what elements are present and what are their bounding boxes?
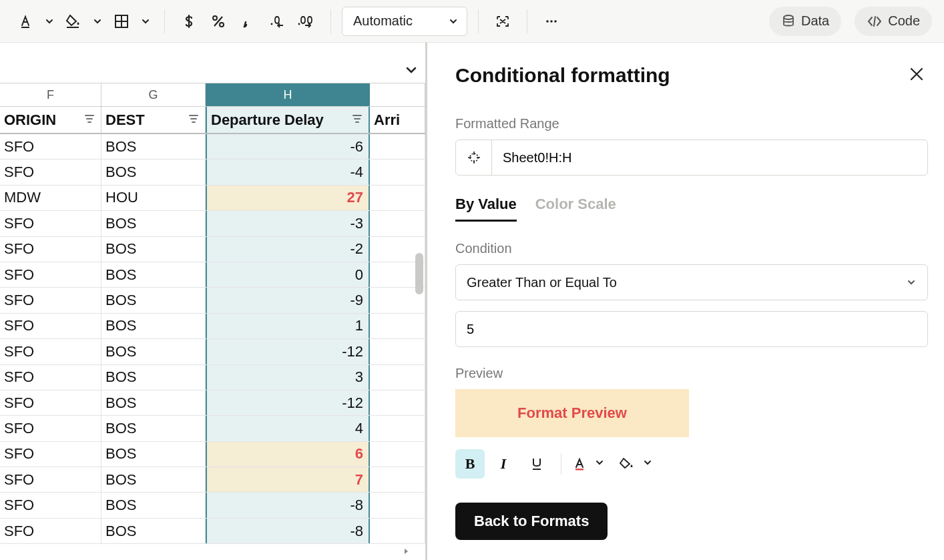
cell-departure-delay[interactable]: -12	[206, 339, 370, 364]
column-header-F[interactable]: F	[0, 83, 101, 106]
cell-dest[interactable]: BOS	[101, 134, 206, 159]
range-picker-button[interactable]	[456, 140, 492, 175]
number-format-select[interactable]: Automatic	[342, 7, 467, 36]
cell-departure-delay[interactable]: 7	[206, 467, 370, 492]
condition-select[interactable]: Greater Than or Equal To	[455, 264, 928, 300]
text-color-button[interactable]	[12, 8, 39, 35]
preview-fill-color-button[interactable]	[618, 449, 636, 479]
filter-icon[interactable]	[188, 111, 200, 129]
cell-departure-delay[interactable]: 6	[206, 442, 370, 467]
cell-dest[interactable]: HOU	[101, 186, 206, 210]
cell-origin[interactable]: SFO	[0, 288, 101, 312]
cell-origin[interactable]: SFO	[0, 160, 101, 184]
cell-dest[interactable]: BOS	[101, 288, 206, 312]
header-dest[interactable]: DEST	[101, 107, 206, 133]
cell-origin[interactable]: SFO	[0, 314, 101, 338]
data-button[interactable]: Data	[769, 7, 841, 36]
cell-dest[interactable]: BOS	[101, 467, 206, 492]
preview-fill-color-dropdown[interactable]	[643, 458, 652, 470]
table-row: SFOBOS4	[0, 416, 425, 441]
preview-text-color-dropdown[interactable]	[595, 458, 604, 470]
column-header-H[interactable]: H	[206, 83, 370, 106]
cell-dest[interactable]: BOS	[101, 416, 206, 441]
fill-color-dropdown[interactable]	[89, 8, 105, 35]
vertical-scrollbar[interactable]	[415, 146, 423, 560]
cell-origin[interactable]: SFO	[0, 442, 101, 467]
column-header-I[interactable]	[370, 83, 425, 106]
cell-dest[interactable]: BOS	[101, 262, 206, 287]
cell-departure-delay[interactable]: -3	[206, 211, 370, 236]
cell-departure-delay[interactable]: -4	[206, 160, 370, 184]
filter-icon[interactable]	[351, 111, 363, 129]
tab-color-scale[interactable]: Color Scale	[535, 196, 616, 222]
cell-dest[interactable]: BOS	[101, 211, 206, 236]
currency-button[interactable]	[176, 8, 202, 35]
cell-dest[interactable]: BOS	[101, 390, 206, 415]
header-arrival[interactable]: Arri	[370, 107, 425, 133]
cell-origin[interactable]: SFO	[0, 493, 101, 517]
thousands-button[interactable]	[234, 8, 261, 35]
cell-origin[interactable]: SFO	[0, 467, 101, 492]
underline-button[interactable]	[522, 449, 551, 479]
cell-dropdown-toggle[interactable]	[404, 63, 419, 80]
increase-decimal-button[interactable]	[293, 8, 320, 35]
header-origin[interactable]: ORIGIN	[0, 107, 101, 133]
cell-departure-delay[interactable]: -2	[206, 237, 370, 262]
cell-dest[interactable]: BOS	[101, 314, 206, 338]
cell-departure-delay[interactable]: -6	[206, 134, 370, 159]
text-color-dropdown[interactable]	[41, 8, 57, 35]
cell-origin[interactable]: SFO	[0, 519, 101, 543]
cell-dest[interactable]: BOS	[101, 442, 206, 467]
cell-dest[interactable]: BOS	[101, 493, 206, 517]
cell-dest[interactable]: BOS	[101, 237, 206, 262]
close-icon	[908, 65, 925, 83]
cell-origin[interactable]: SFO	[0, 211, 101, 236]
cell-origin[interactable]: SFO	[0, 262, 101, 287]
preview-text-color-button[interactable]	[571, 449, 588, 479]
decrease-decimal-button[interactable]	[264, 8, 290, 35]
filter-icon[interactable]	[83, 111, 95, 129]
cell-dest[interactable]: BOS	[101, 365, 206, 390]
scrollbar-thumb[interactable]	[415, 253, 423, 294]
cell-departure-delay[interactable]: -12	[206, 390, 370, 415]
borders-button[interactable]	[108, 8, 135, 35]
cell-origin[interactable]: MDW	[0, 186, 101, 210]
cell-departure-delay[interactable]: 4	[206, 416, 370, 441]
cell-origin[interactable]: SFO	[0, 237, 101, 262]
fill-color-button[interactable]	[60, 8, 87, 35]
percent-button[interactable]	[205, 8, 232, 35]
cell-origin[interactable]: SFO	[0, 390, 101, 415]
cell-departure-delay[interactable]: 27	[206, 186, 370, 210]
format-preview: Format Preview	[455, 389, 689, 437]
italic-button[interactable]: I	[489, 449, 518, 479]
cell-dest[interactable]: BOS	[101, 160, 206, 184]
cell-departure-delay[interactable]: -8	[206, 519, 370, 543]
toolbar-separator	[164, 9, 165, 33]
cell-departure-delay[interactable]: 1	[206, 314, 370, 338]
close-button[interactable]	[905, 63, 928, 88]
borders-dropdown[interactable]	[138, 8, 154, 35]
cell-origin[interactable]: SFO	[0, 339, 101, 364]
cell-origin[interactable]: SFO	[0, 365, 101, 390]
bold-button[interactable]: B	[455, 449, 485, 479]
cell-departure-delay[interactable]: -9	[206, 288, 370, 312]
expand-button[interactable]	[489, 8, 516, 35]
cell-departure-delay[interactable]: 0	[206, 262, 370, 287]
column-header-G[interactable]: G	[101, 83, 206, 106]
cell-dest[interactable]: BOS	[101, 339, 206, 364]
code-button[interactable]: Code	[855, 7, 932, 36]
scroll-right-arrow[interactable]	[401, 547, 411, 559]
more-button[interactable]	[538, 8, 565, 35]
range-input[interactable]	[492, 140, 927, 175]
code-button-label: Code	[888, 13, 920, 29]
cell-departure-delay[interactable]: -8	[206, 493, 370, 517]
cell-departure-delay[interactable]: 3	[206, 365, 370, 390]
back-to-formats-button[interactable]: Back to Formats	[455, 503, 608, 540]
cell-origin[interactable]: SFO	[0, 416, 101, 441]
top-toolbar: Automatic Data Code	[0, 0, 944, 43]
tab-by-value[interactable]: By Value	[455, 196, 517, 222]
cell-dest[interactable]: BOS	[101, 519, 206, 543]
header-departure-delay[interactable]: Departure Delay	[206, 107, 370, 133]
threshold-input[interactable]	[455, 311, 928, 347]
cell-origin[interactable]: SFO	[0, 134, 101, 159]
